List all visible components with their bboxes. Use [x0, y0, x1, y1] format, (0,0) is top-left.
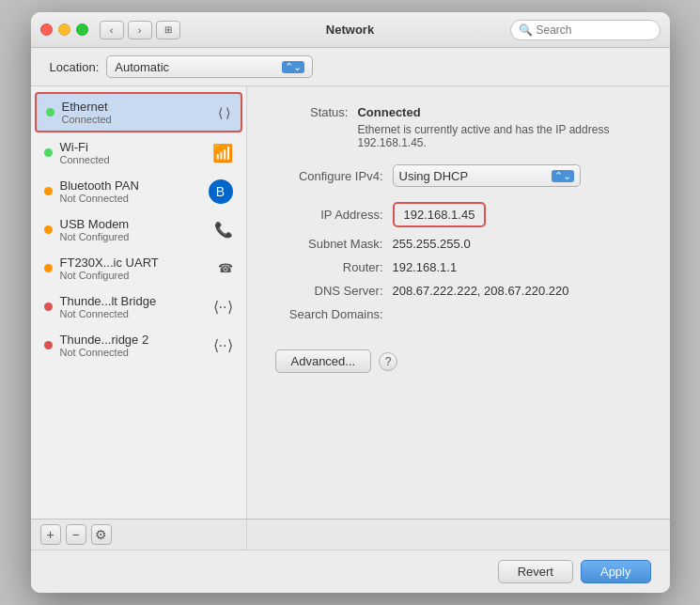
ft230x-info: FT230X...ic UART Not Configured: [60, 256, 214, 281]
apply-button[interactable]: Apply: [581, 560, 651, 583]
bluetooth-status: Not Connected: [60, 193, 209, 204]
main-content: Ethernet Connected ⟨ ⟩ Wi-Fi Connected 📶…: [31, 86, 670, 519]
help-button[interactable]: ?: [379, 352, 397, 371]
sidebar-item-ethernet[interactable]: Ethernet Connected ⟨ ⟩: [35, 92, 242, 132]
bluetooth-icon: B: [209, 179, 233, 204]
traffic-lights: [40, 23, 88, 36]
sidebar-item-bluetooth[interactable]: Bluetooth PAN Not Connected B: [35, 173, 242, 209]
subnet-label: Subnet Mask:: [275, 237, 383, 251]
grid-button[interactable]: ⊞: [156, 21, 180, 39]
ft230x-status-dot: [44, 264, 53, 272]
ip-address-row: IP Address: 192.168.1.45: [275, 202, 642, 227]
thunderbolt2-name: Thunde...ridge 2: [60, 333, 210, 347]
bluetooth-name: Bluetooth PAN: [60, 178, 209, 193]
ft230x-status: Not Configured: [60, 270, 214, 281]
configure-select[interactable]: Using DHCP ⌃⌄: [393, 164, 581, 187]
ip-value: 192.168.1.45: [404, 208, 475, 222]
ft230x-name: FT230X...ic UART: [60, 256, 214, 270]
thunderbolt2-status: Not Connected: [60, 347, 210, 358]
thunderbolt-bridge-status: Not Connected: [60, 308, 210, 319]
ethernet-icon: ⟨ ⟩: [218, 105, 231, 120]
wifi-status: Connected: [60, 154, 212, 165]
sidebar: Ethernet Connected ⟨ ⟩ Wi-Fi Connected 📶…: [31, 86, 247, 519]
usb-modem-name: USB Modem: [60, 217, 210, 231]
network-window: ‹ › ⊞ Network 🔍 Location: Automatic ⌃⌄ E…: [31, 12, 670, 593]
titlebar: ‹ › ⊞ Network 🔍: [31, 12, 670, 48]
router-value: 192.168.1.1: [393, 260, 458, 274]
revert-button[interactable]: Revert: [498, 560, 573, 583]
location-dropdown-icon: ⌃⌄: [282, 61, 304, 73]
sidebar-item-ft230x[interactable]: FT230X...ic UART Not Configured ☎: [35, 250, 242, 287]
ethernet-info: Ethernet Connected: [62, 100, 214, 125]
search-icon: 🔍: [519, 23, 533, 37]
search-box[interactable]: 🔍: [510, 20, 661, 40]
usb-modem-info: USB Modem Not Configured: [60, 217, 210, 242]
thunderbolt2-info: Thunde...ridge 2 Not Connected: [60, 333, 210, 358]
dns-label: DNS Server:: [275, 284, 383, 298]
remove-network-button[interactable]: −: [66, 524, 86, 545]
search-domains-label: Search Domains:: [275, 307, 383, 321]
wifi-name: Wi-Fi: [60, 140, 212, 154]
thunderbolt-bridge-info: Thunde...lt Bridge Not Connected: [60, 294, 210, 319]
location-value: Automatic: [115, 60, 169, 74]
settings-button[interactable]: ⚙: [91, 524, 112, 545]
back-button[interactable]: ‹: [100, 21, 124, 39]
bluetooth-status-dot: [44, 187, 53, 195]
search-input[interactable]: [537, 23, 652, 37]
close-button[interactable]: [40, 23, 53, 36]
ethernet-status-dot: [46, 108, 54, 116]
forward-button[interactable]: ›: [128, 21, 152, 39]
advanced-button[interactable]: Advanced...: [275, 349, 372, 373]
bluetooth-info: Bluetooth PAN Not Connected: [60, 178, 209, 204]
wifi-info: Wi-Fi Connected: [60, 140, 212, 165]
bottom-bar: Revert Apply: [31, 550, 670, 593]
sidebar-item-usb-modem[interactable]: USB Modem Not Configured 📞: [35, 211, 242, 248]
dns-row: DNS Server: 208.67.222.222, 208.67.220.2…: [275, 284, 642, 298]
maximize-button[interactable]: [76, 23, 88, 36]
thunderbolt-bridge-icon: ⟨··⟩: [213, 298, 233, 316]
wifi-icon: 📶: [212, 143, 233, 163]
thunderbolt2-icon: ⟨··⟩: [213, 336, 233, 354]
ip-address-box: 192.168.1.45: [393, 202, 487, 227]
subnet-value: 255.255.255.0: [393, 237, 471, 251]
subnet-mask-row: Subnet Mask: 255.255.255.0: [275, 237, 642, 251]
status-value: Connected: [357, 105, 641, 119]
ethernet-status: Connected: [62, 114, 214, 125]
router-row: Router: 192.168.1.1: [275, 260, 642, 274]
location-select[interactable]: Automatic ⌃⌄: [106, 55, 313, 78]
location-bar: Location: Automatic ⌃⌄: [31, 48, 670, 86]
thunderbolt-bridge-name: Thunde...lt Bridge: [60, 294, 210, 308]
thunderbolt2-status-dot: [44, 341, 53, 349]
status-section: Status: Connected Ethernet is currently …: [275, 105, 642, 149]
ethernet-name: Ethernet: [62, 100, 214, 114]
router-label: Router:: [275, 260, 383, 274]
sidebar-item-thunderbolt-bridge[interactable]: Thunde...lt Bridge Not Connected ⟨··⟩: [35, 288, 242, 325]
configure-value: Using DHCP: [399, 169, 469, 183]
usb-modem-icon: 📞: [214, 221, 233, 239]
wifi-status-dot: [44, 148, 53, 157]
nav-buttons: ‹ ›: [100, 21, 152, 39]
configure-ipv4-row: Configure IPv4: Using DHCP ⌃⌄: [275, 164, 642, 187]
add-network-button[interactable]: +: [40, 524, 61, 545]
detail-actions: Advanced... ?: [275, 349, 642, 373]
sidebar-item-thunderbolt2[interactable]: Thunde...ridge 2 Not Connected ⟨··⟩: [35, 327, 242, 364]
search-domains-row: Search Domains:: [275, 307, 642, 321]
minimize-button[interactable]: [58, 23, 70, 36]
status-label: Status:: [275, 105, 349, 119]
window-title: Network: [326, 23, 374, 37]
thunderbolt-bridge-status-dot: [44, 302, 53, 311]
location-label: Location:: [50, 60, 100, 74]
usb-modem-status-dot: [44, 225, 53, 234]
usb-modem-status: Not Configured: [60, 231, 210, 242]
configure-dropdown-icon: ⌃⌄: [552, 170, 574, 182]
dns-value: 208.67.222.222, 208.67.220.220: [393, 284, 569, 298]
configure-label: Configure IPv4:: [275, 169, 383, 183]
status-description: Ethernet is currently active and has the…: [357, 123, 641, 149]
sidebar-item-wifi[interactable]: Wi-Fi Connected 📶: [35, 134, 242, 171]
ip-label: IP Address:: [275, 208, 383, 222]
detail-panel: Status: Connected Ethernet is currently …: [247, 86, 670, 519]
ft230x-icon: ☎: [218, 261, 233, 275]
status-info: Connected Ethernet is currently active a…: [357, 105, 641, 149]
